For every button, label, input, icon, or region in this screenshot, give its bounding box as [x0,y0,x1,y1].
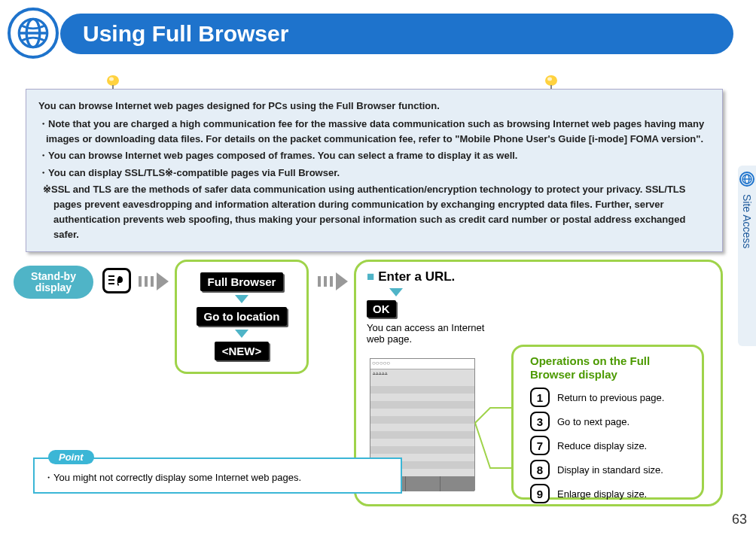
operations-box: Operations on the Full Browser display 1… [511,345,704,500]
side-tab-label: Site Access [741,194,753,248]
point-label: Point [48,450,94,464]
access-text: You can access an Internet web page. [367,322,487,345]
page-header: Using Full Browser [60,14,733,54]
step-full-browser: Full Browser [200,272,284,291]
svg-rect-8 [108,279,114,281]
key-icon: 7 [530,436,550,455]
ops-label: Display in standard size. [557,464,663,476]
operations-title: Operations on the Full Browser display [530,354,693,381]
enter-url-panel: ■Enter a URL. OK You can access an Inter… [354,260,723,506]
ops-label: Enlarge display size. [557,488,647,500]
svg-rect-7 [108,275,114,277]
key-icon: 3 [530,412,550,431]
ops-label: Go to next page. [557,416,629,427]
info-note: ※SSL and TLS are the methods of safer da… [38,182,710,243]
standby-display-pill: Stand-by display [14,266,93,299]
ops-label: Return to previous page. [557,392,664,403]
page-title: Using Full Browser [83,21,288,47]
key-icon: 8 [530,460,550,479]
svg-point-5 [545,75,557,86]
key-icon: 1 [530,388,550,407]
navigation-steps-panel: Full Browser Go to location <NEW> [175,260,309,374]
down-arrow-icon [235,295,248,303]
page-number: 63 [732,512,747,527]
info-box: You can browse Internet web pages design… [26,89,723,252]
svg-point-4 [109,78,114,81]
point-text: ・You might not correctly display some In… [44,471,392,485]
ok-button-label: OK [367,300,396,318]
svg-rect-9 [108,283,114,284]
info-bullet: Note that you are charged a high communi… [38,117,710,147]
step-go-to-location: Go to location [197,307,288,326]
down-arrow-icon [389,288,403,296]
info-bullet: You can browse Internet web pages compos… [38,148,710,163]
point-box: Point ・You might not correctly display s… [33,457,402,494]
side-tab: Site Access [738,166,756,346]
ops-row: 8Display in standard size. [530,460,693,479]
menu-key-icon [102,268,131,293]
svg-point-3 [107,75,119,86]
enter-url-title: ■Enter a URL. [367,269,710,284]
svg-point-6 [547,78,552,81]
info-intro: You can browse Internet web pages design… [38,99,710,114]
ops-row: 9Enlarge display size. [530,484,693,503]
ops-row: 7Reduce display size. [530,436,693,455]
down-arrow-icon [235,330,248,338]
arrow-right-icon [318,272,348,290]
ops-row: 1Return to previous page. [530,388,693,407]
key-icon: 9 [530,484,550,503]
step-new: <NEW> [215,342,270,360]
globe-icon [739,172,754,187]
globe-icon [8,8,59,59]
standby-line2: display [35,281,72,293]
ops-row: 3Go to next page. [530,412,693,431]
standby-line1: Stand-by [31,270,76,282]
info-bullet: You can display SSL/TLS※-compatible page… [38,166,710,181]
ops-label: Reduce display size. [557,440,647,451]
arrow-right-icon [139,272,169,290]
